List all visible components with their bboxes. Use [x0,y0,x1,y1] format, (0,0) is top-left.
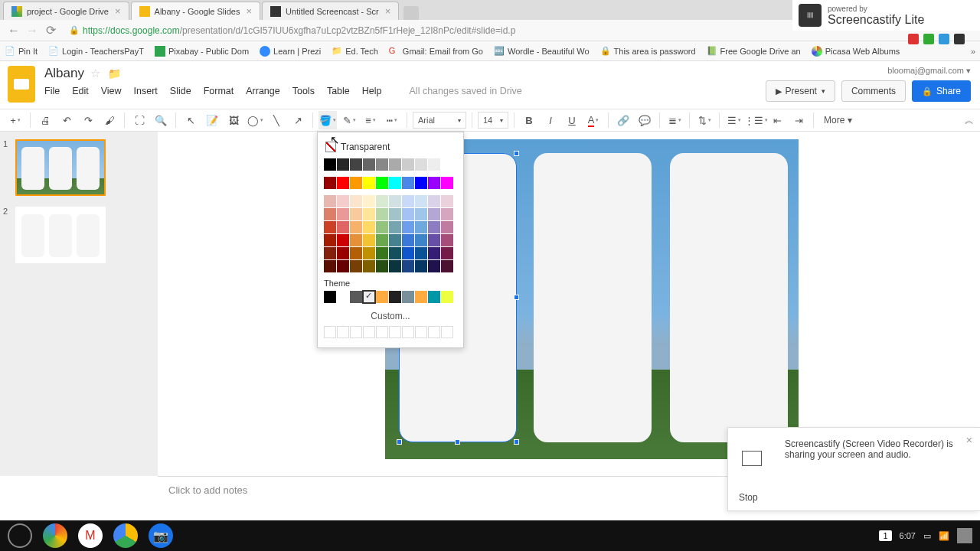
font-select[interactable]: Arial [413,112,466,129]
menu-view[interactable]: View [101,86,122,96]
color-swatch[interactable] [402,291,414,303]
color-swatch[interactable] [337,158,349,171]
color-swatch[interactable] [376,221,388,233]
camera-icon[interactable]: 📷 [149,523,173,548]
color-swatch[interactable] [441,260,453,272]
custom-swatch[interactable] [337,326,349,338]
color-swatch[interactable] [324,234,336,246]
menu-insert[interactable]: Insert [134,86,158,96]
underline-button[interactable]: U [563,111,581,129]
menu-table[interactable]: Table [327,86,350,96]
color-swatch[interactable] [415,260,427,272]
bookmark[interactable]: GGmail: Email from Go [389,46,483,57]
custom-swatch[interactable] [428,326,440,338]
color-swatch[interactable] [363,221,375,233]
resize-handle[interactable] [455,439,460,445]
custom-swatch[interactable] [376,326,388,338]
color-swatch[interactable] [441,221,453,233]
line-spacing-button[interactable]: ⇅ [695,111,714,129]
custom-option[interactable]: Custom... [324,311,457,321]
color-swatch[interactable] [415,158,427,171]
color-swatch[interactable] [324,177,336,189]
color-swatch[interactable] [441,247,453,259]
color-swatch[interactable] [441,195,453,207]
color-swatch[interactable] [415,208,427,220]
ext-icon[interactable] [908,34,919,44]
border-color-button[interactable]: ✎ [340,111,358,129]
battery-icon[interactable]: ▭ [923,531,931,541]
color-swatch[interactable] [389,291,401,303]
line-tool[interactable]: ╲ [267,111,286,129]
browser-tab[interactable]: Untitled Screencast - Scr × [262,2,399,20]
color-swatch[interactable] [415,234,427,246]
text-color-button[interactable]: A [584,111,603,129]
color-swatch[interactable] [441,177,453,189]
color-swatch[interactable] [350,260,362,272]
color-swatch[interactable] [389,260,401,272]
browser-tab[interactable]: project - Google Drive × [3,2,129,20]
custom-swatch[interactable] [389,326,401,338]
color-swatch[interactable] [337,234,349,246]
shape-tool[interactable]: ◯ [246,111,264,129]
color-swatch[interactable] [337,221,349,233]
image-tool[interactable]: 🖼 [224,111,243,129]
color-swatch[interactable] [324,221,336,233]
close-icon[interactable]: × [966,434,972,446]
color-swatch[interactable] [402,234,414,246]
color-swatch[interactable] [389,208,401,220]
shape-rounded-rect[interactable] [534,153,652,442]
back-button[interactable]: ← [5,21,23,40]
bookmark[interactable]: 📄Pin It [5,46,38,57]
color-swatch[interactable] [402,195,414,207]
color-swatch[interactable] [389,221,401,233]
color-swatch[interactable] [350,291,362,303]
color-swatch[interactable] [337,291,349,303]
reload-button[interactable]: ⟳ [41,21,60,40]
more-button[interactable]: More ▾ [819,115,857,126]
menu-file[interactable]: File [44,86,60,96]
color-swatch[interactable] [350,195,362,207]
italic-button[interactable]: I [541,111,560,129]
color-swatch[interactable] [337,177,349,189]
resize-handle[interactable] [514,151,519,156]
color-swatch[interactable] [428,260,440,272]
paint-format-button[interactable]: 🖌 [100,111,119,129]
color-swatch[interactable] [402,177,414,189]
resize-handle[interactable] [514,439,519,445]
slide-thumbnail[interactable]: 2 [12,207,145,263]
color-swatch[interactable] [441,291,453,303]
numbered-list-button[interactable]: ☰ [725,111,743,129]
browser-tab[interactable]: Albany - Google Slides × [131,2,261,20]
color-swatch[interactable] [428,208,440,220]
color-swatch[interactable] [389,177,401,189]
color-swatch[interactable] [428,234,440,246]
doc-title[interactable]: Albany [44,66,84,81]
color-swatch[interactable] [324,195,336,207]
color-swatch[interactable] [350,247,362,259]
color-swatch[interactable] [350,234,362,246]
fill-color-button[interactable]: 🪣 [318,111,337,129]
bulleted-list-button[interactable]: ⋮☰ [746,111,765,129]
menu-edit[interactable]: Edit [72,86,89,96]
zoom-button[interactable]: 🔍 [152,111,170,129]
color-swatch[interactable] [376,234,388,246]
color-swatch[interactable] [402,158,414,171]
resize-handle[interactable] [514,295,519,300]
comment-button[interactable]: 💬 [635,111,654,129]
present-button[interactable]: ▶Present [766,80,835,102]
comments-button[interactable]: Comments [841,80,906,102]
color-swatch[interactable] [376,260,388,272]
link-button[interactable]: 🔗 [614,111,632,129]
menu-tools[interactable]: Tools [292,86,315,96]
bookmarks-overflow[interactable]: » [971,47,975,56]
color-swatch[interactable] [428,291,440,303]
color-swatch[interactable] [324,208,336,220]
drive-icon[interactable] [113,523,138,548]
color-swatch[interactable] [415,195,427,207]
color-swatch[interactable] [376,208,388,220]
border-weight-button[interactable]: ≡ [361,111,380,129]
color-swatch[interactable] [428,158,440,171]
new-slide-button[interactable]: + [6,111,24,129]
menu-help[interactable]: Help [362,86,382,96]
color-swatch[interactable] [376,158,388,171]
